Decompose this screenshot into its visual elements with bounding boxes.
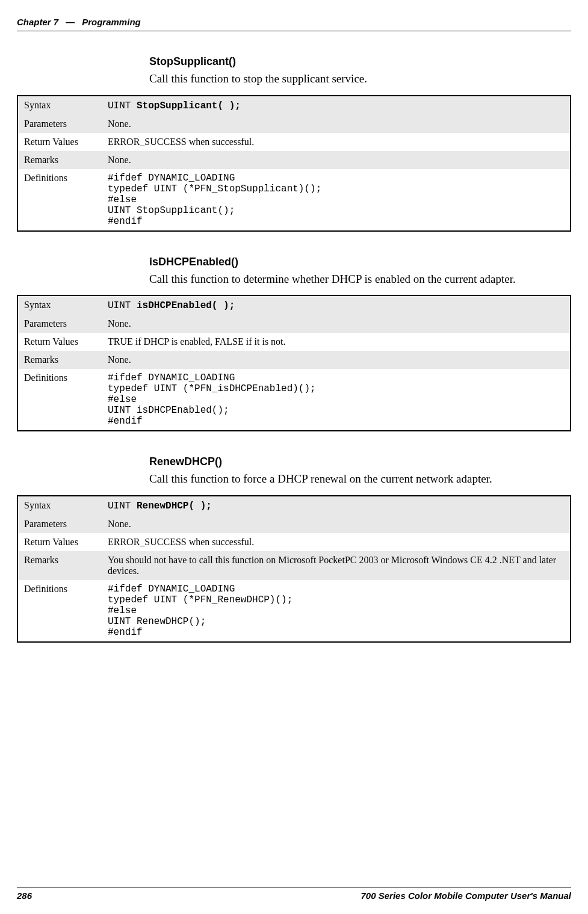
- table-row: Parameters None.: [17, 515, 571, 533]
- row-label: Parameters: [17, 315, 102, 333]
- row-value: ERROR_SUCCESS when successful.: [102, 533, 571, 551]
- table-row: Remarks You should not have to call this…: [17, 551, 571, 580]
- text-stopsupplicant: Call this function to stop the supplican…: [149, 72, 571, 87]
- table-row: Syntax UINT isDHCPEnabled( );: [17, 295, 571, 315]
- header-rule: [17, 31, 571, 31]
- syntax-prefix: UINT: [108, 300, 137, 311]
- footer-rule: [17, 888, 571, 888]
- row-value: #ifdef DYNAMIC_LOADING typedef UINT (*PF…: [102, 580, 571, 642]
- row-label: Return Values: [17, 333, 102, 351]
- table-row: Return Values TRUE if DHCP is enabled, F…: [17, 333, 571, 351]
- row-label: Parameters: [17, 115, 102, 133]
- syntax-bold: RenewDHCP( );: [137, 501, 212, 511]
- table-isdhcpenabled: Syntax UINT isDHCPEnabled( ); Parameters…: [17, 295, 571, 431]
- row-value: ERROR_SUCCESS when successful.: [102, 133, 571, 151]
- table-row: Syntax UINT RenewDHCP( );: [17, 496, 571, 515]
- heading-stopsupplicant: StopSupplicant(): [149, 55, 571, 68]
- row-label: Definitions: [17, 369, 102, 431]
- row-value: TRUE if DHCP is enabled, FALSE if it is …: [102, 333, 571, 351]
- row-label: Remarks: [17, 351, 102, 369]
- table-row: Remarks None.: [17, 351, 571, 369]
- row-label: Syntax: [17, 96, 102, 115]
- heading-renewdhcp: RenewDHCP(): [149, 455, 571, 468]
- row-value: #ifdef DYNAMIC_LOADING typedef UINT (*PF…: [102, 369, 571, 431]
- row-value: None.: [102, 515, 571, 533]
- footer-title: 700 Series Color Mobile Computer User's …: [361, 891, 572, 901]
- row-value: UINT RenewDHCP( );: [102, 496, 571, 515]
- row-value: UINT isDHCPEnabled( );: [102, 295, 571, 315]
- row-value: UINT StopSupplicant( );: [102, 96, 571, 115]
- row-label: Return Values: [17, 133, 102, 151]
- syntax-bold: isDHCPEnabled( );: [137, 300, 235, 311]
- syntax-prefix: UINT: [108, 100, 137, 111]
- row-value: You should not have to call this functio…: [102, 551, 571, 580]
- table-row: Return Values ERROR_SUCCESS when success…: [17, 133, 571, 151]
- table-row: Parameters None.: [17, 315, 571, 333]
- header-dash: —: [66, 17, 75, 27]
- row-label: Definitions: [17, 169, 102, 231]
- text-isdhcpenabled: Call this function to determine whether …: [149, 272, 571, 287]
- text-renewdhcp: Call this function to force a DHCP renew…: [149, 472, 571, 487]
- table-row: Return Values ERROR_SUCCESS when success…: [17, 533, 571, 551]
- table-row: Remarks None.: [17, 151, 571, 169]
- chapter-label: Chapter 7: [17, 17, 58, 27]
- table-row: Definitions #ifdef DYNAMIC_LOADING typed…: [17, 169, 571, 231]
- row-label: Parameters: [17, 515, 102, 533]
- page-number: 286: [17, 891, 32, 901]
- table-row: Definitions #ifdef DYNAMIC_LOADING typed…: [17, 580, 571, 642]
- table-row: Syntax UINT StopSupplicant( );: [17, 96, 571, 115]
- row-label: Syntax: [17, 496, 102, 515]
- table-stopsupplicant: Syntax UINT StopSupplicant( ); Parameter…: [17, 95, 571, 232]
- row-value: #ifdef DYNAMIC_LOADING typedef UINT (*PF…: [102, 169, 571, 231]
- chapter-title: Programming: [82, 17, 141, 27]
- row-label: Definitions: [17, 580, 102, 642]
- row-value: None.: [102, 351, 571, 369]
- footer-row: 286 700 Series Color Mobile Computer Use…: [17, 891, 571, 901]
- row-value: None.: [102, 115, 571, 133]
- row-value: None.: [102, 151, 571, 169]
- table-renewdhcp: Syntax UINT RenewDHCP( ); Parameters Non…: [17, 495, 571, 643]
- page-footer: 286 700 Series Color Mobile Computer Use…: [17, 888, 571, 901]
- table-row: Definitions #ifdef DYNAMIC_LOADING typed…: [17, 369, 571, 431]
- row-label: Remarks: [17, 151, 102, 169]
- table-row: Parameters None.: [17, 115, 571, 133]
- row-value: None.: [102, 315, 571, 333]
- syntax-prefix: UINT: [108, 501, 137, 511]
- row-label: Syntax: [17, 295, 102, 315]
- row-label: Remarks: [17, 551, 102, 580]
- heading-isdhcpenabled: isDHCPEnabled(): [149, 256, 571, 268]
- syntax-bold: StopSupplicant( );: [137, 100, 241, 111]
- page-header: Chapter 7 — Programming: [17, 17, 571, 27]
- row-label: Return Values: [17, 533, 102, 551]
